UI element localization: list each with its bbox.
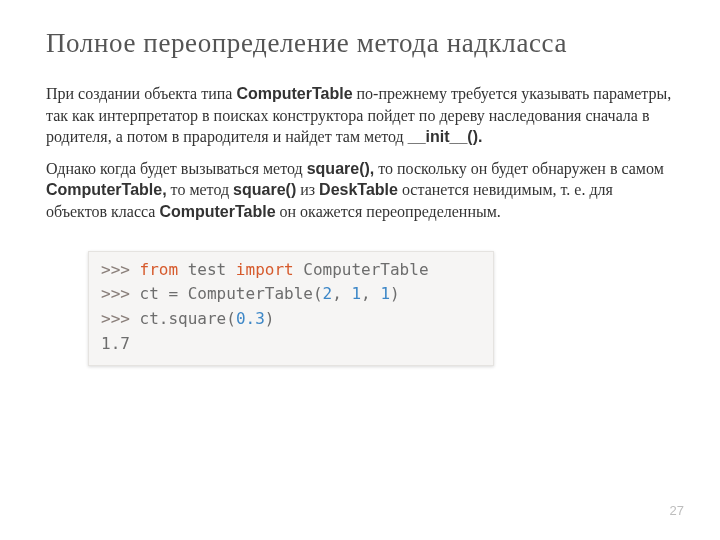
text: из <box>296 181 319 198</box>
paren-close: ) <box>390 284 400 303</box>
assignment: ct = ComputerTable <box>140 284 313 303</box>
method-name: square() <box>233 181 296 198</box>
code-block: >>> from test import ComputerTable >>> c… <box>88 251 494 366</box>
class-name: ComputerTable <box>294 260 429 279</box>
output-value: 1.7 <box>101 334 130 353</box>
paren-open: ( <box>226 309 236 328</box>
paren-close: ) <box>265 309 275 328</box>
keyword-from: from <box>140 260 179 279</box>
class-name: DeskTable <box>319 181 398 198</box>
body-text: При создании объекта типа ComputerTable … <box>46 83 674 223</box>
page-number: 27 <box>670 503 684 518</box>
repl-prompt: >>> <box>101 284 140 303</box>
method-name: square(), <box>307 160 375 177</box>
text: При создании объекта типа <box>46 85 236 102</box>
repl-prompt: >>> <box>101 260 140 279</box>
slide-title: Полное переопределение метода надкласса <box>46 28 674 59</box>
class-name: ComputerTable <box>159 203 275 220</box>
text: Однако когда будет вызываться метод <box>46 160 307 177</box>
code-line-2: >>> ct = ComputerTable(2, 1, 1) <box>101 282 481 307</box>
code-line-4: 1.7 <box>101 332 481 357</box>
comma: , <box>361 284 380 303</box>
number-literal: 0.3 <box>236 309 265 328</box>
text: он окажется переопределенным. <box>276 203 501 220</box>
class-name: ComputerTable <box>236 85 352 102</box>
paren-open: ( <box>313 284 323 303</box>
slide: Полное переопределение метода надкласса … <box>0 0 720 540</box>
text: то поскольку он будет обнаружен в самом <box>374 160 664 177</box>
method-name: __init__(). <box>408 128 483 145</box>
text: то метод <box>167 181 233 198</box>
code-line-3: >>> ct.square(0.3) <box>101 307 481 332</box>
comma: , <box>332 284 351 303</box>
paragraph-1: При создании объекта типа ComputerTable … <box>46 83 674 148</box>
paragraph-2: Однако когда будет вызываться метод squa… <box>46 158 674 223</box>
number-literal: 1 <box>351 284 361 303</box>
code-line-1: >>> from test import ComputerTable <box>101 258 481 283</box>
repl-prompt: >>> <box>101 309 140 328</box>
keyword-import: import <box>236 260 294 279</box>
number-literal: 1 <box>380 284 390 303</box>
method-call: ct.square <box>140 309 227 328</box>
module-name: test <box>178 260 236 279</box>
class-name: ComputerTable, <box>46 181 167 198</box>
number-literal: 2 <box>323 284 333 303</box>
